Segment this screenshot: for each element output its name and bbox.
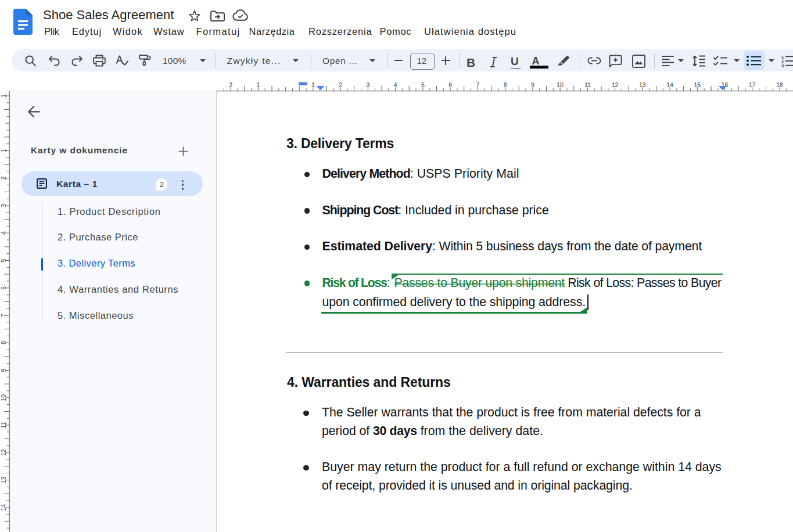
svg-text:7: 7 bbox=[0, 314, 7, 317]
svg-text:13: 13 bbox=[0, 477, 7, 484]
svg-text:4: 4 bbox=[0, 231, 7, 235]
svg-text:14: 14 bbox=[0, 504, 7, 511]
svg-text:3: 3 bbox=[0, 204, 7, 207]
svg-text:10: 10 bbox=[0, 394, 7, 401]
svg-text:1: 1 bbox=[0, 94, 7, 98]
svg-text:6: 6 bbox=[448, 81, 452, 88]
svg-text:11: 11 bbox=[584, 81, 591, 88]
svg-text:4: 4 bbox=[394, 81, 397, 88]
svg-text:15: 15 bbox=[694, 81, 701, 88]
svg-text:11: 11 bbox=[0, 422, 7, 428]
svg-text:5: 5 bbox=[0, 258, 7, 262]
svg-text:8: 8 bbox=[504, 81, 507, 88]
svg-text:13: 13 bbox=[639, 81, 646, 88]
svg-text:1: 1 bbox=[256, 81, 260, 88]
svg-text:12: 12 bbox=[612, 81, 619, 88]
svg-text:2: 2 bbox=[229, 81, 232, 88]
svg-text:9: 9 bbox=[0, 368, 7, 372]
svg-text:1: 1 bbox=[311, 81, 315, 88]
svg-text:10: 10 bbox=[557, 81, 564, 88]
svg-text:7: 7 bbox=[476, 81, 479, 88]
svg-text:8: 8 bbox=[0, 341, 7, 344]
svg-text:9: 9 bbox=[531, 81, 534, 88]
svg-text:12: 12 bbox=[0, 449, 7, 456]
svg-text:17: 17 bbox=[749, 81, 756, 88]
svg-text:3: 3 bbox=[781, 63, 784, 69]
svg-text:18: 18 bbox=[776, 81, 783, 88]
svg-text:2: 2 bbox=[339, 81, 342, 88]
svg-text:2: 2 bbox=[0, 177, 7, 180]
svg-text:6: 6 bbox=[0, 286, 7, 290]
svg-text:5: 5 bbox=[421, 81, 425, 88]
svg-text:1: 1 bbox=[0, 149, 7, 152]
svg-text:14: 14 bbox=[666, 81, 673, 88]
svg-text:3: 3 bbox=[366, 81, 369, 88]
